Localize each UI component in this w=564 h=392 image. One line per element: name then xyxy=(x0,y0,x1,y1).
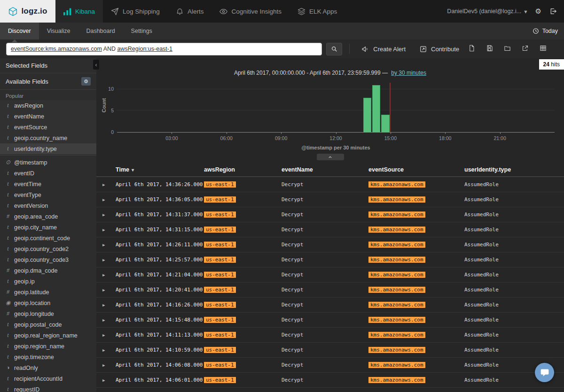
nav-item-kibana[interactable]: Kibana xyxy=(55,0,103,23)
expand-row-icon[interactable]: ▶ xyxy=(102,212,116,217)
expand-row-icon[interactable]: ▶ xyxy=(102,273,116,277)
table-row[interactable]: ▶April 6th 2017, 14:21:04.000us-east-1De… xyxy=(96,267,564,282)
tab-discover[interactable]: Discover xyxy=(0,23,39,39)
table-row[interactable]: ▶April 6th 2017, 14:11:13.000us-east-1De… xyxy=(96,327,564,342)
table-row[interactable]: ▶April 6th 2017, 14:25:57.000us-east-1De… xyxy=(96,252,564,267)
column-header-time[interactable]: Time▾ xyxy=(116,166,204,173)
contribute-button[interactable]: Contribute xyxy=(415,45,464,53)
field-item[interactable]: #geoip.dma_code xyxy=(0,265,96,276)
user-menu[interactable]: DanielDev5 (daniel@logz.i... ▾ xyxy=(447,8,527,15)
table-row[interactable]: ▶April 6th 2017, 14:36:26.000us-east-1De… xyxy=(96,177,564,192)
nav-item-elk-apps[interactable]: ELK Apps xyxy=(290,0,345,23)
field-item[interactable]: tawsRegion xyxy=(0,100,96,111)
expand-row-icon[interactable]: ▶ xyxy=(102,333,116,337)
field-item[interactable]: tgeoip.timezone xyxy=(0,352,96,362)
expand-row-icon[interactable]: ▶ xyxy=(102,303,116,307)
expand-row-icon[interactable]: ▶ xyxy=(102,243,116,247)
sort-desc-icon[interactable]: ▾ xyxy=(132,167,134,172)
table-row[interactable]: ▶April 6th 2017, 14:16:26.000us-east-1De… xyxy=(96,297,564,312)
field-item[interactable]: teventID xyxy=(0,168,96,179)
field-item[interactable]: ◑readOnly xyxy=(0,362,96,373)
histogram-bar[interactable] xyxy=(363,98,371,132)
field-item[interactable]: tuserIdentity.type xyxy=(0,143,96,154)
expand-row-icon[interactable]: ▶ xyxy=(102,378,116,383)
field-item[interactable]: teventName xyxy=(0,111,96,122)
collapse-sidebar-button[interactable]: ‹ xyxy=(93,60,99,70)
expand-row-icon[interactable]: ▶ xyxy=(102,318,116,322)
new-search-icon[interactable] xyxy=(468,45,475,54)
expand-row-icon[interactable]: ▶ xyxy=(102,197,116,202)
field-item[interactable]: tgeoip.city_name xyxy=(0,222,96,233)
field-item[interactable]: tgeoip.real_region_name xyxy=(0,330,96,341)
field-settings-button[interactable]: ⚙ xyxy=(81,77,91,86)
save-search-icon[interactable] xyxy=(486,45,493,54)
time-picker[interactable]: Today xyxy=(533,23,564,39)
collapse-chart-button[interactable] xyxy=(317,154,344,160)
field-type-icon: # xyxy=(6,267,10,274)
search-button[interactable] xyxy=(326,43,342,55)
column-header-eventsource[interactable]: eventSource xyxy=(368,166,464,173)
logzio-logo[interactable]: logz.io xyxy=(0,0,55,23)
logout-icon[interactable] xyxy=(549,8,557,15)
field-item[interactable]: tgeoip.country_code2 xyxy=(0,243,96,254)
field-item[interactable]: tgeoip.ip xyxy=(0,276,96,287)
table-row[interactable]: ▶April 6th 2017, 14:01:39.000us-east-1De… xyxy=(96,387,564,392)
field-name: requestID xyxy=(14,386,39,392)
table-row[interactable]: ▶April 6th 2017, 14:20:41.000us-east-1De… xyxy=(96,282,564,297)
histogram-bar[interactable] xyxy=(381,115,389,132)
field-item[interactable]: teventSource xyxy=(0,122,96,133)
expand-row-icon[interactable]: ▶ xyxy=(102,258,116,262)
tab-settings[interactable]: Settings xyxy=(123,23,160,39)
expand-row-icon[interactable]: ▶ xyxy=(102,363,116,368)
histogram-bar[interactable] xyxy=(372,85,380,132)
table-row[interactable]: ▶April 6th 2017, 14:06:08.000us-east-1De… xyxy=(96,357,564,372)
x-tick-label: 03:00 xyxy=(165,135,178,141)
expand-row-icon[interactable]: ▶ xyxy=(102,227,116,232)
field-item[interactable]: tgeoip.postal_code xyxy=(0,319,96,330)
field-item[interactable]: tgeoip.region_name xyxy=(0,341,96,352)
field-item[interactable]: teventVersion xyxy=(0,200,96,211)
table-row[interactable]: ▶April 6th 2017, 14:31:37.000us-east-1De… xyxy=(96,207,564,222)
column-header-eventname[interactable]: eventName xyxy=(282,166,368,173)
expand-row-icon[interactable]: ▶ xyxy=(102,288,116,292)
table-row[interactable]: ▶April 6th 2017, 14:15:48.000us-east-1De… xyxy=(96,312,564,327)
field-item[interactable]: teventTime xyxy=(0,179,96,189)
field-item[interactable]: teventType xyxy=(0,189,96,200)
share-icon[interactable] xyxy=(522,45,529,54)
chat-bubble-button[interactable] xyxy=(535,363,554,382)
column-header-awsregion[interactable]: awsRegion xyxy=(204,166,282,173)
table-row[interactable]: ▶April 6th 2017, 14:31:15.000us-east-1De… xyxy=(96,222,564,237)
cell-awsregion: us-east-1 xyxy=(204,347,282,353)
nav-item-cognitive-insights[interactable]: Cognitive Insights xyxy=(212,0,290,23)
nav-item-log-shipping[interactable]: Log Shipping xyxy=(103,0,168,23)
search-input[interactable]: eventSource:kms.amazonaws.com AND awsReg… xyxy=(6,43,322,55)
tab-dashboard[interactable]: Dashboard xyxy=(78,23,123,39)
table-row[interactable]: ▶April 6th 2017, 14:36:05.000us-east-1De… xyxy=(96,192,564,207)
field-item[interactable]: tgeoip.continent_code xyxy=(0,233,96,243)
tab-visualize[interactable]: Visualize xyxy=(39,23,78,39)
axis-tick xyxy=(281,132,282,134)
field-item[interactable]: #geoip.latitude xyxy=(0,287,96,298)
expand-row-icon[interactable]: ▶ xyxy=(102,348,116,353)
table-row[interactable]: ▶April 6th 2017, 14:10:59.000us-east-1De… xyxy=(96,342,564,357)
settings-gear-icon[interactable]: ⚙ xyxy=(535,7,541,16)
table-row[interactable]: ▶April 6th 2017, 14:06:01.000us-east-1De… xyxy=(96,372,564,387)
nav-item-alerts[interactable]: Alerts xyxy=(168,0,212,23)
cell-time: April 6th 2017, 14:15:48.000 xyxy=(116,317,204,323)
field-item[interactable]: tgeoip.country_name xyxy=(0,133,96,143)
table-row[interactable]: ▶April 6th 2017, 14:26:11.000us-east-1De… xyxy=(96,237,564,252)
open-search-icon[interactable] xyxy=(504,45,511,54)
expand-row-icon[interactable]: ▶ xyxy=(102,182,116,187)
field-item[interactable]: ◉geoip.location xyxy=(0,298,96,308)
cell-eventsource: kms.amazonaws.com xyxy=(368,317,464,323)
table-view-icon[interactable] xyxy=(540,45,547,54)
field-item[interactable]: #geoip.area_code xyxy=(0,211,96,222)
field-item[interactable]: #geoip.longitude xyxy=(0,308,96,319)
column-header-useridentity-type[interactable]: userIdentity.type xyxy=(464,166,564,173)
field-item[interactable]: trequestID xyxy=(0,384,96,392)
field-item[interactable]: tgeoip.country_code3 xyxy=(0,254,96,265)
field-item[interactable]: ⊙@timestamp xyxy=(0,157,96,168)
field-item[interactable]: trecipientAccountId xyxy=(0,373,96,384)
interval-link[interactable]: by 30 minutes xyxy=(391,70,426,76)
create-alert-button[interactable]: Create Alert xyxy=(357,45,410,53)
